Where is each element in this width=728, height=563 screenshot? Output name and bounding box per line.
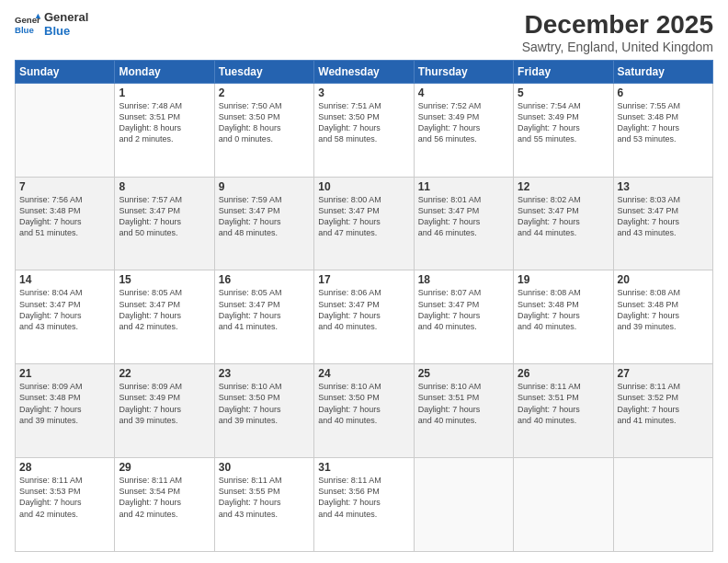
calendar-cell: 28Sunrise: 8:11 AM Sunset: 3:53 PM Dayli… [16,458,115,552]
day-info: Sunrise: 7:48 AM Sunset: 3:51 PM Dayligh… [119,100,210,145]
logo-icon: General Blue [15,12,40,38]
calendar-cell: 16Sunrise: 8:05 AM Sunset: 3:47 PM Dayli… [214,270,313,364]
day-info: Sunrise: 8:05 AM Sunset: 3:47 PM Dayligh… [119,287,210,332]
day-info: Sunrise: 8:00 AM Sunset: 3:47 PM Dayligh… [318,194,409,239]
calendar-cell [514,458,613,552]
month-title: December 2025 [522,11,713,40]
day-info: Sunrise: 8:10 AM Sunset: 3:50 PM Dayligh… [219,381,310,426]
logo-line1: General [44,11,88,25]
day-number: 28 [19,461,110,474]
calendar-cell [613,458,712,552]
day-number: 9 [219,180,310,193]
col-wednesday: Wednesday [314,60,414,83]
calendar-week-row: 21Sunrise: 8:09 AM Sunset: 3:48 PM Dayli… [16,364,713,458]
day-info: Sunrise: 8:11 AM Sunset: 3:55 PM Dayligh… [219,475,310,520]
calendar-cell: 12Sunrise: 8:02 AM Sunset: 3:47 PM Dayli… [514,177,613,270]
day-info: Sunrise: 7:59 AM Sunset: 3:47 PM Dayligh… [219,194,310,239]
day-number: 7 [19,180,110,193]
day-info: Sunrise: 8:08 AM Sunset: 3:48 PM Dayligh… [518,287,609,332]
calendar-cell: 3Sunrise: 7:51 AM Sunset: 3:50 PM Daylig… [314,83,414,177]
calendar-cell [16,83,115,177]
day-number: 24 [318,367,409,380]
day-number: 10 [318,180,409,193]
title-block: December 2025 Sawtry, England, United Ki… [522,11,713,54]
calendar-cell: 22Sunrise: 8:09 AM Sunset: 3:49 PM Dayli… [115,364,214,458]
calendar-header: Sunday Monday Tuesday Wednesday Thursday… [16,60,713,83]
calendar-cell [414,458,513,552]
svg-text:Blue: Blue [15,25,34,35]
calendar-cell: 24Sunrise: 8:10 AM Sunset: 3:50 PM Dayli… [314,364,414,458]
day-info: Sunrise: 8:07 AM Sunset: 3:47 PM Dayligh… [418,287,509,332]
day-info: Sunrise: 8:11 AM Sunset: 3:52 PM Dayligh… [618,381,709,426]
calendar-cell: 18Sunrise: 8:07 AM Sunset: 3:47 PM Dayli… [414,270,513,364]
day-number: 15 [119,273,210,286]
day-info: Sunrise: 8:11 AM Sunset: 3:54 PM Dayligh… [119,475,210,520]
calendar-cell: 9Sunrise: 7:59 AM Sunset: 3:47 PM Daylig… [214,177,313,270]
calendar-cell: 8Sunrise: 7:57 AM Sunset: 3:47 PM Daylig… [115,177,214,270]
day-info: Sunrise: 8:02 AM Sunset: 3:47 PM Dayligh… [518,194,609,239]
col-friday: Friday [514,60,613,83]
day-number: 27 [618,367,709,380]
col-tuesday: Tuesday [214,60,313,83]
calendar-cell: 10Sunrise: 8:00 AM Sunset: 3:47 PM Dayli… [314,177,414,270]
day-number: 23 [219,367,310,380]
day-info: Sunrise: 8:06 AM Sunset: 3:47 PM Dayligh… [318,287,409,332]
day-info: Sunrise: 7:51 AM Sunset: 3:50 PM Dayligh… [318,100,409,145]
calendar-cell: 27Sunrise: 8:11 AM Sunset: 3:52 PM Dayli… [613,364,712,458]
calendar-cell: 1Sunrise: 7:48 AM Sunset: 3:51 PM Daylig… [115,83,214,177]
day-number: 1 [119,86,210,99]
day-info: Sunrise: 8:09 AM Sunset: 3:48 PM Dayligh… [19,381,110,426]
col-monday: Monday [115,60,214,83]
day-info: Sunrise: 7:54 AM Sunset: 3:49 PM Dayligh… [518,100,609,145]
header: General Blue General Blue December 2025 … [15,11,713,54]
calendar-cell: 21Sunrise: 8:09 AM Sunset: 3:48 PM Dayli… [16,364,115,458]
calendar-week-row: 7Sunrise: 7:56 AM Sunset: 3:48 PM Daylig… [16,177,713,270]
day-number: 17 [318,273,409,286]
day-number: 16 [219,273,310,286]
day-info: Sunrise: 8:10 AM Sunset: 3:50 PM Dayligh… [318,381,409,426]
day-info: Sunrise: 8:04 AM Sunset: 3:47 PM Dayligh… [19,287,110,332]
col-thursday: Thursday [414,60,513,83]
logo-line2: Blue [44,25,88,39]
day-info: Sunrise: 7:52 AM Sunset: 3:49 PM Dayligh… [418,100,509,145]
calendar-cell: 13Sunrise: 8:03 AM Sunset: 3:47 PM Dayli… [613,177,712,270]
day-number: 18 [418,273,509,286]
svg-text:General: General [15,15,40,25]
day-number: 5 [518,86,609,99]
col-sunday: Sunday [16,60,115,83]
header-row: Sunday Monday Tuesday Wednesday Thursday… [16,60,713,83]
day-number: 21 [19,367,110,380]
calendar-cell: 11Sunrise: 8:01 AM Sunset: 3:47 PM Dayli… [414,177,513,270]
calendar-week-row: 1Sunrise: 7:48 AM Sunset: 3:51 PM Daylig… [16,83,713,177]
day-number: 22 [119,367,210,380]
calendar-cell: 29Sunrise: 8:11 AM Sunset: 3:54 PM Dayli… [115,458,214,552]
calendar-cell: 25Sunrise: 8:10 AM Sunset: 3:51 PM Dayli… [414,364,513,458]
day-info: Sunrise: 7:56 AM Sunset: 3:48 PM Dayligh… [19,194,110,239]
calendar-cell: 2Sunrise: 7:50 AM Sunset: 3:50 PM Daylig… [214,83,313,177]
day-number: 14 [19,273,110,286]
day-info: Sunrise: 7:50 AM Sunset: 3:50 PM Dayligh… [219,100,310,145]
day-number: 2 [219,86,310,99]
day-number: 19 [518,273,609,286]
calendar-cell: 7Sunrise: 7:56 AM Sunset: 3:48 PM Daylig… [16,177,115,270]
calendar-cell: 19Sunrise: 8:08 AM Sunset: 3:48 PM Dayli… [514,270,613,364]
day-number: 26 [518,367,609,380]
day-info: Sunrise: 7:57 AM Sunset: 3:47 PM Dayligh… [119,194,210,239]
calendar-week-row: 14Sunrise: 8:04 AM Sunset: 3:47 PM Dayli… [16,270,713,364]
calendar-cell: 30Sunrise: 8:11 AM Sunset: 3:55 PM Dayli… [214,458,313,552]
calendar-body: 1Sunrise: 7:48 AM Sunset: 3:51 PM Daylig… [16,83,713,551]
day-number: 30 [219,461,310,474]
calendar-cell: 23Sunrise: 8:10 AM Sunset: 3:50 PM Dayli… [214,364,313,458]
calendar-cell: 15Sunrise: 8:05 AM Sunset: 3:47 PM Dayli… [115,270,214,364]
day-number: 11 [418,180,509,193]
page: General Blue General Blue December 2025 … [0,0,728,563]
col-saturday: Saturday [613,60,712,83]
day-number: 4 [418,86,509,99]
day-number: 12 [518,180,609,193]
day-info: Sunrise: 8:01 AM Sunset: 3:47 PM Dayligh… [418,194,509,239]
calendar-cell: 20Sunrise: 8:08 AM Sunset: 3:48 PM Dayli… [613,270,712,364]
calendar-cell: 14Sunrise: 8:04 AM Sunset: 3:47 PM Dayli… [16,270,115,364]
day-info: Sunrise: 8:03 AM Sunset: 3:47 PM Dayligh… [618,194,709,239]
day-number: 3 [318,86,409,99]
day-number: 31 [318,461,409,474]
